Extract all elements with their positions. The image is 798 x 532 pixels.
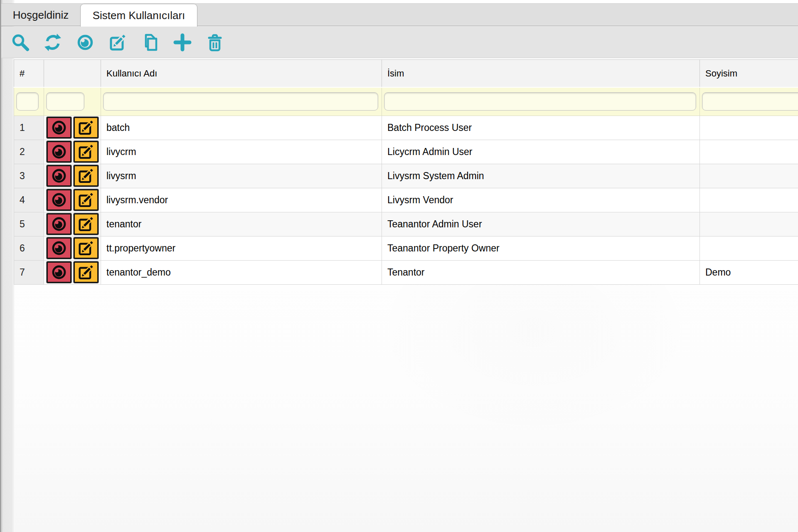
row-edit-button[interactable] bbox=[74, 189, 99, 211]
tab-bar: Hoşgeldiniz Sistem Kullanıcıları bbox=[1, 3, 798, 26]
filter-surname-input[interactable] bbox=[702, 92, 798, 111]
surname-cell: Demo bbox=[700, 260, 798, 284]
tab-sistem-kullanicilari[interactable]: Sistem Kullanıcıları bbox=[80, 4, 197, 27]
row-edit-button[interactable] bbox=[74, 165, 99, 187]
view-record-icon bbox=[50, 191, 68, 209]
row-view-button[interactable] bbox=[47, 213, 71, 235]
row-actions-cell bbox=[44, 140, 101, 164]
name-cell: Livysrm System Admin bbox=[382, 164, 700, 188]
view-record-icon bbox=[50, 143, 68, 160]
row-edit-button[interactable] bbox=[74, 213, 99, 235]
edit-icon bbox=[77, 239, 95, 257]
filter-rownum-input[interactable] bbox=[16, 92, 39, 111]
surname-cell bbox=[700, 164, 798, 188]
trash-icon bbox=[205, 32, 225, 52]
edit-icon bbox=[108, 32, 128, 52]
delete-button[interactable] bbox=[205, 32, 225, 52]
col-header-rownum[interactable]: # bbox=[14, 60, 44, 88]
row-view-button[interactable] bbox=[47, 117, 71, 138]
users-grid: # Kullanıcı Adı İsim Soyisim 1 bbox=[14, 59, 798, 285]
filter-actions-input[interactable] bbox=[46, 92, 84, 111]
row-edit-button[interactable] bbox=[74, 237, 99, 259]
user-row[interactable]: 4 bbox=[14, 188, 798, 212]
username-cell: tt.propertyowner bbox=[101, 236, 382, 260]
user-row[interactable]: 7 bbox=[14, 260, 798, 284]
search-icon bbox=[10, 32, 30, 52]
row-number-cell: 6 bbox=[14, 236, 44, 260]
user-row[interactable]: 1 bbox=[14, 116, 798, 140]
username-cell: batch bbox=[101, 116, 382, 140]
refresh-icon bbox=[43, 32, 63, 52]
grid-toolbar bbox=[1, 27, 798, 58]
edit-icon bbox=[77, 167, 95, 185]
name-cell: Teanantor Property Owner bbox=[382, 236, 700, 260]
edit-icon bbox=[77, 191, 95, 209]
view-record-icon bbox=[50, 119, 68, 136]
edit-icon bbox=[77, 264, 95, 281]
surname-cell bbox=[700, 140, 798, 164]
grid-header-row: # Kullanıcı Adı İsim Soyisim bbox=[14, 60, 798, 88]
surname-cell bbox=[700, 212, 798, 236]
row-actions-cell bbox=[44, 260, 101, 284]
row-actions-cell bbox=[44, 188, 101, 212]
grid-filter-row bbox=[14, 87, 798, 116]
row-number-cell: 3 bbox=[14, 164, 44, 188]
row-view-button[interactable] bbox=[47, 189, 71, 211]
grid-body: 1 bbox=[14, 116, 798, 284]
refresh-button[interactable] bbox=[43, 32, 63, 52]
plus-icon bbox=[172, 32, 192, 52]
username-cell: tenantor bbox=[101, 212, 382, 236]
row-edit-button[interactable] bbox=[74, 261, 99, 283]
username-cell: tenantor_demo bbox=[101, 260, 382, 284]
row-number-cell: 2 bbox=[14, 140, 44, 164]
row-edit-button[interactable] bbox=[74, 117, 99, 138]
copy-icon bbox=[140, 32, 160, 52]
tab-label: Sistem Kullanıcıları bbox=[93, 9, 185, 22]
row-number-cell: 1 bbox=[14, 116, 44, 140]
edit-icon bbox=[77, 119, 95, 136]
user-row[interactable]: 2 bbox=[14, 140, 798, 164]
surname-cell bbox=[700, 116, 798, 140]
view-record-icon bbox=[50, 239, 68, 257]
username-cell: livysrm bbox=[101, 164, 382, 188]
add-button[interactable] bbox=[172, 32, 192, 52]
copy-button[interactable] bbox=[140, 32, 160, 52]
user-row[interactable]: 5 bbox=[14, 212, 798, 236]
row-number-cell: 7 bbox=[14, 260, 44, 284]
row-actions-cell bbox=[44, 116, 101, 140]
user-row[interactable]: 6 bbox=[14, 236, 798, 260]
filter-username-input[interactable] bbox=[103, 92, 378, 111]
filter-name-input[interactable] bbox=[384, 92, 696, 111]
user-row[interactable]: 3 bbox=[14, 164, 798, 188]
row-edit-button[interactable] bbox=[74, 141, 99, 163]
name-cell: Licycrm Admin User bbox=[382, 140, 700, 164]
row-view-button[interactable] bbox=[47, 261, 71, 283]
view-record-icon bbox=[50, 264, 68, 281]
edit-icon bbox=[77, 143, 95, 160]
username-cell: livysrm.vendor bbox=[101, 188, 382, 212]
username-cell: livycrm bbox=[101, 140, 382, 164]
row-view-button[interactable] bbox=[47, 141, 71, 163]
window-left-edge bbox=[0, 0, 15, 532]
row-view-button[interactable] bbox=[47, 165, 71, 187]
col-header-username[interactable]: Kullanıcı Adı bbox=[101, 60, 382, 88]
view-record-icon bbox=[50, 167, 68, 185]
col-header-name[interactable]: İsim bbox=[382, 60, 700, 88]
tab-label: Hoşgeldiniz bbox=[13, 9, 69, 22]
view-button[interactable] bbox=[75, 32, 95, 52]
surname-cell bbox=[700, 188, 798, 212]
name-cell: Batch Process User bbox=[382, 116, 700, 140]
name-cell: Teanantor Admin User bbox=[382, 212, 700, 236]
row-actions-cell bbox=[44, 212, 101, 236]
edit-icon bbox=[77, 215, 95, 233]
col-header-surname[interactable]: Soyisim bbox=[700, 60, 798, 88]
col-header-actions[interactable] bbox=[44, 60, 101, 88]
row-view-button[interactable] bbox=[47, 237, 71, 259]
edit-button[interactable] bbox=[108, 32, 128, 52]
row-actions-cell bbox=[44, 164, 101, 188]
name-cell: Livysrm Vendor bbox=[382, 188, 700, 212]
surname-cell bbox=[700, 236, 798, 260]
tab-hosgeldiniz[interactable]: Hoşgeldiniz bbox=[1, 4, 80, 26]
row-number-cell: 5 bbox=[14, 212, 44, 236]
search-button[interactable] bbox=[10, 32, 30, 52]
